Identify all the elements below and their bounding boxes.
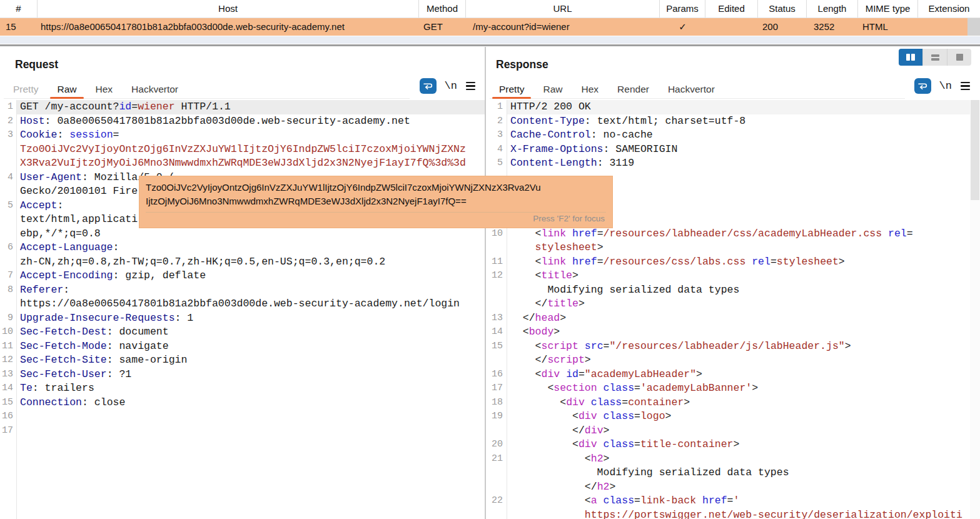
code-line: </h2> bbox=[486, 480, 980, 495]
hamburger-menu-icon[interactable] bbox=[960, 80, 971, 92]
rows-layout-button[interactable] bbox=[923, 49, 947, 66]
code-line: 2Content-Type: text/html; charset=utf-8 bbox=[486, 114, 980, 129]
horizontal-splitter[interactable] bbox=[0, 44, 980, 46]
newline-toggle-icon[interactable]: \n bbox=[445, 80, 457, 92]
column-header-host[interactable]: Host bbox=[38, 0, 419, 18]
request-tab-hex[interactable]: Hex bbox=[86, 81, 123, 98]
line-number: 5 bbox=[0, 199, 16, 213]
word-wrap-icon[interactable] bbox=[914, 78, 931, 94]
code-line: 14 <body> bbox=[486, 325, 980, 340]
line-number: 6 bbox=[0, 241, 16, 255]
request-tab-hackvertor[interactable]: Hackvertor bbox=[122, 81, 188, 98]
code-line: 13 </head> bbox=[486, 311, 980, 326]
cell-params: ✓ bbox=[660, 18, 705, 36]
code-line: 15Connection: close bbox=[0, 396, 485, 410]
column-header-status[interactable]: Status bbox=[758, 0, 807, 18]
code-line: 11 <link href=/resources/css/labs.css re… bbox=[486, 255, 980, 270]
cell-number: 15 bbox=[0, 18, 38, 36]
cell-host: https://0a8e00650417801b81a2bbfa003d00de… bbox=[38, 18, 419, 36]
table-scrollbar[interactable] bbox=[967, 18, 980, 36]
code-line: 11Sec-Fetch-Mode: navigate bbox=[0, 340, 485, 354]
line-number: 17 bbox=[0, 424, 16, 438]
request-panel: Request PrettyRawHexHackvertor \n 1GET /… bbox=[0, 47, 485, 519]
response-tab-render[interactable]: Render bbox=[608, 81, 659, 98]
request-tabbar: PrettyRawHexHackvertor bbox=[4, 79, 410, 99]
code-line: 12 <title> bbox=[486, 269, 980, 283]
line-number: 16 bbox=[0, 410, 16, 424]
layout-selector bbox=[899, 49, 971, 66]
request-title: Request bbox=[15, 58, 58, 71]
code-line: </div> bbox=[486, 424, 980, 438]
request-tab-pretty[interactable]: Pretty bbox=[4, 81, 48, 98]
code-line: Tzo0OiJVc2VyIjoyOntzOjg6InVzZXJuYW1lIjtz… bbox=[0, 143, 485, 157]
code-line: 19 <div class=logo> bbox=[486, 410, 980, 424]
inspector-tooltip: Tzo0OiJVc2VyIjoyOntzOjg6InVzZXJuYW1lIjtz… bbox=[139, 176, 613, 228]
hamburger-menu-icon[interactable] bbox=[465, 80, 476, 92]
line-number: 22 bbox=[486, 494, 507, 508]
line-number: 1 bbox=[0, 100, 16, 114]
response-title: Response bbox=[496, 58, 548, 71]
newline-toggle-icon[interactable]: \n bbox=[939, 80, 952, 92]
code-line: 13Sec-Fetch-User: ?1 bbox=[0, 368, 485, 382]
code-line: 18 <div class=container> bbox=[486, 396, 980, 410]
table-row-selected[interactable]: 15https://0a8e00650417801b81a2bbfa003d00… bbox=[0, 18, 980, 36]
line-number: 17 bbox=[486, 381, 507, 396]
code-line: 2Host: 0a8e00650417801b81a2bbfa003d00de.… bbox=[0, 114, 485, 129]
decoded-token-line2: IjtzOjMyOiJ6Mno3NmwwdmxhZWRqMDE3eWJ3dXlj… bbox=[146, 194, 606, 208]
scrollbar-thumb[interactable] bbox=[971, 100, 979, 200]
column-header-mime-type[interactable]: MIME type bbox=[858, 0, 918, 18]
line-number: 2 bbox=[0, 114, 16, 129]
line-number: 12 bbox=[486, 269, 507, 283]
code-line: zh-CN,zh;q=0.8,zh-TW;q=0.7,zh-HK;q=0.5,e… bbox=[0, 255, 485, 270]
gutter-separator bbox=[507, 100, 507, 519]
code-line: 5Content-Length: 3119 bbox=[486, 156, 980, 171]
code-line: 1GET /my-account?id=wiener HTTP/1.1 bbox=[0, 100, 485, 114]
line-number: 4 bbox=[0, 171, 16, 185]
word-wrap-icon[interactable] bbox=[420, 78, 437, 94]
single-layout-icon bbox=[956, 54, 963, 61]
response-editor[interactable]: 1HTTP/2 200 OK2Content-Type: text/html; … bbox=[486, 100, 980, 519]
response-tab-hex[interactable]: Hex bbox=[572, 81, 609, 98]
response-scrollbar[interactable] bbox=[970, 100, 980, 519]
code-line: 22 <a class=link-back href=' bbox=[486, 494, 980, 508]
line-number: 14 bbox=[0, 381, 16, 396]
code-line: 17 <section class='academyLabBanner'> bbox=[486, 381, 980, 396]
line-number: 5 bbox=[486, 156, 507, 171]
column-header-method[interactable]: Method bbox=[419, 0, 466, 18]
code-line: ebp,*/*;q=0.8 bbox=[0, 227, 485, 241]
column-header-edited[interactable]: Edited bbox=[705, 0, 758, 18]
response-tab-pretty[interactable]: Pretty bbox=[490, 81, 533, 98]
code-line: 16 bbox=[0, 410, 485, 424]
column-header-url[interactable]: URL bbox=[466, 0, 660, 18]
cell-method: GET bbox=[419, 18, 466, 36]
line-number: 10 bbox=[0, 325, 16, 340]
column-header--[interactable]: # bbox=[0, 0, 38, 18]
column-header-params[interactable]: Params bbox=[660, 0, 705, 18]
code-line: 6Accept-Language: bbox=[0, 241, 485, 255]
code-line: 3Cookie: session= bbox=[0, 128, 485, 143]
code-line: 8Referer: bbox=[0, 283, 485, 298]
code-line: Modifying serialized data types bbox=[486, 466, 980, 480]
code-line: 15 <script src="/resources/labheader/js/… bbox=[486, 340, 980, 354]
column-header-length[interactable]: Length bbox=[807, 0, 858, 18]
line-number: 11 bbox=[0, 340, 16, 354]
response-iconbar: \n bbox=[914, 78, 971, 94]
rows-layout-icon bbox=[931, 54, 939, 61]
line-number: 12 bbox=[0, 353, 16, 368]
column-header-extension[interactable]: Extension bbox=[918, 0, 980, 18]
line-number: 8 bbox=[0, 283, 16, 298]
request-tab-raw[interactable]: Raw bbox=[48, 81, 86, 98]
table-next-row[interactable] bbox=[0, 36, 980, 44]
code-line: https://0a8e00650417801b81a2bbfa003d00de… bbox=[0, 297, 485, 311]
columns-layout-button[interactable] bbox=[899, 49, 923, 66]
response-tab-raw[interactable]: Raw bbox=[533, 81, 572, 98]
line-number: 13 bbox=[486, 311, 507, 326]
response-tab-hackvertor[interactable]: Hackvertor bbox=[659, 81, 724, 98]
cell-status: 200 bbox=[758, 18, 807, 36]
single-layout-button[interactable] bbox=[947, 49, 971, 66]
cell-length: 3252 bbox=[807, 18, 858, 36]
code-line: 12Sec-Fetch-Site: same-origin bbox=[0, 353, 485, 368]
response-panel: Response PrettyRawHexRenderHackvertor \n… bbox=[486, 47, 980, 519]
request-editor[interactable]: 1GET /my-account?id=wiener HTTP/1.12Host… bbox=[0, 100, 485, 519]
line-number: 18 bbox=[486, 396, 507, 410]
